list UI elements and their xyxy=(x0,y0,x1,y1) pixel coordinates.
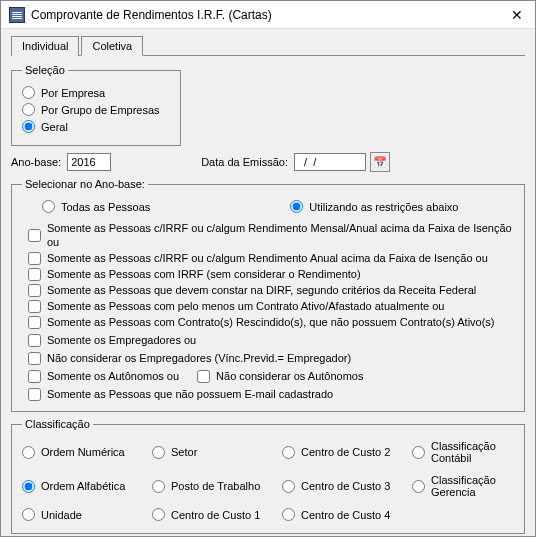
classificacao-group: Classificação Ordem Numérica Setor Centr… xyxy=(11,418,525,534)
sel-ano-legend: Selecionar no Ano-base: xyxy=(22,178,148,190)
radio-por-empresa[interactable] xyxy=(22,86,35,99)
lbl-posto: Posto de Trabalho xyxy=(171,480,260,492)
close-icon[interactable]: ✕ xyxy=(507,7,527,23)
tab-individual[interactable]: Individual xyxy=(11,36,79,56)
chk-c8b[interactable] xyxy=(197,370,210,383)
lbl-c8a: Somente os Autônomos ou xyxy=(47,369,179,383)
selecao-legend: Seleção xyxy=(22,64,68,76)
lbl-c8b: Não considerar os Autônomos xyxy=(216,369,363,383)
row-ano-data: Ano-base: Data da Emissão: 📅 xyxy=(11,152,525,172)
class-legend: Classificação xyxy=(22,418,93,430)
window-title: Comprovante de Rendimentos I.R.F. (Carta… xyxy=(31,8,507,22)
radio-por-grupo[interactable] xyxy=(22,103,35,116)
lbl-cc1: Centro de Custo 1 xyxy=(171,509,260,521)
radio-cc3[interactable] xyxy=(282,480,295,493)
label-restricoes: Utilizando as restrições abaixo xyxy=(309,201,458,213)
label-todas: Todas as Pessoas xyxy=(61,201,150,213)
chk-c7b[interactable] xyxy=(28,352,41,365)
lbl-cont: Classificação Contábil xyxy=(431,440,514,464)
lbl-c5: Somente as Pessoas com pelo menos um Con… xyxy=(47,299,444,313)
radio-ordem-alfa[interactable] xyxy=(22,480,35,493)
chk-c4[interactable] xyxy=(28,284,41,297)
titlebar: Comprovante de Rendimentos I.R.F. (Carta… xyxy=(1,1,535,29)
app-icon xyxy=(9,7,25,23)
lbl-ordem-num: Ordem Numérica xyxy=(41,446,125,458)
tab-coletiva[interactable]: Coletiva xyxy=(81,36,143,56)
lbl-cc3: Centro de Custo 3 xyxy=(301,480,390,492)
lbl-c7b: Não considerar os Empregadores (Vínc.Pre… xyxy=(47,351,351,365)
label-geral: Geral xyxy=(41,121,68,133)
lbl-cc4: Centro de Custo 4 xyxy=(301,509,390,521)
radio-cont[interactable] xyxy=(412,446,425,459)
chk-c8a[interactable] xyxy=(28,370,41,383)
lbl-ordem-alfa: Ordem Alfabética xyxy=(41,480,125,492)
chk-c3[interactable] xyxy=(28,268,41,281)
radio-ger[interactable] xyxy=(412,480,425,493)
radio-geral[interactable] xyxy=(22,120,35,133)
lbl-c9: Somente as Pessoas que não possuem E-mai… xyxy=(47,387,333,401)
ano-base-input[interactable] xyxy=(67,153,111,171)
radio-todas-pessoas[interactable] xyxy=(42,200,55,213)
selecao-group: Seleção Por Empresa Por Grupo de Empresa… xyxy=(11,64,181,146)
lbl-c4: Somente as Pessoas que devem constar na … xyxy=(47,283,476,297)
label-por-grupo: Por Grupo de Empresas xyxy=(41,104,160,116)
lbl-c3: Somente as Pessoas com IRRF (sem conside… xyxy=(47,267,361,281)
chk-c2[interactable] xyxy=(28,252,41,265)
sel-ano-base-group: Selecionar no Ano-base: Todas as Pessoas… xyxy=(11,178,525,412)
data-emissao-input[interactable] xyxy=(294,153,366,171)
window: Comprovante de Rendimentos I.R.F. (Carta… xyxy=(0,0,536,537)
lbl-ger: Classificação Gerencia xyxy=(431,474,514,498)
radio-unidade[interactable] xyxy=(22,508,35,521)
content: Individual Coletiva Seleção Por Empresa … xyxy=(1,29,535,536)
lbl-c7a: Somente os Empregadores ou xyxy=(47,333,196,347)
lbl-setor: Setor xyxy=(171,446,197,458)
chk-c7a[interactable] xyxy=(28,334,41,347)
radio-cc2[interactable] xyxy=(282,446,295,459)
lbl-c1: Somente as Pessoas c/IRRF ou c/algum Ren… xyxy=(47,221,514,249)
lbl-c2: Somente as Pessoas c/IRRF ou c/algum Ren… xyxy=(47,251,488,265)
radio-cc4[interactable] xyxy=(282,508,295,521)
radio-cc1[interactable] xyxy=(152,508,165,521)
chk-c5[interactable] xyxy=(28,300,41,313)
label-por-empresa: Por Empresa xyxy=(41,87,105,99)
radio-restricoes[interactable] xyxy=(290,200,303,213)
radio-setor[interactable] xyxy=(152,446,165,459)
radio-posto[interactable] xyxy=(152,480,165,493)
ano-base-label: Ano-base: xyxy=(11,156,61,168)
lbl-unidade: Unidade xyxy=(41,509,82,521)
data-emissao-label: Data da Emissão: xyxy=(201,156,288,168)
radio-ordem-num[interactable] xyxy=(22,446,35,459)
chk-c9[interactable] xyxy=(28,388,41,401)
tabs: Individual Coletiva xyxy=(11,35,525,56)
chk-c1[interactable] xyxy=(28,229,41,242)
chk-c6[interactable] xyxy=(28,316,41,329)
calendar-icon[interactable]: 📅 xyxy=(370,152,390,172)
lbl-c6: Somente as Pessoas com Contrato(s) Resci… xyxy=(47,315,495,329)
lbl-cc2: Centro de Custo 2 xyxy=(301,446,390,458)
